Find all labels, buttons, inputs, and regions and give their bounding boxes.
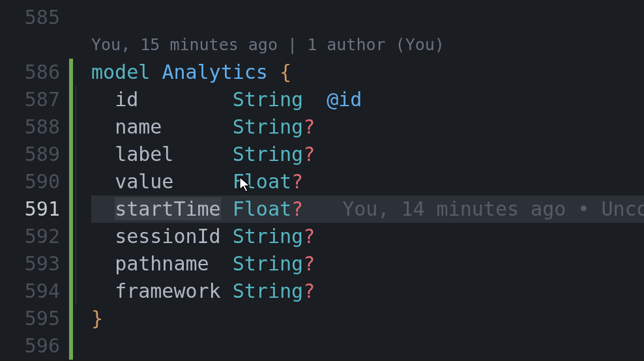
optional-mark: ?	[303, 143, 315, 166]
line-number: 587	[0, 86, 69, 113]
code-line[interactable]	[91, 4, 644, 31]
field-type: String	[233, 115, 303, 138]
code-line[interactable]: pathname String?	[91, 250, 644, 278]
optional-mark: ?	[303, 280, 315, 302]
field-name: label	[115, 143, 173, 166]
code-line[interactable]: name String?	[91, 113, 644, 141]
field-name: name	[115, 115, 162, 138]
field-type: String	[233, 225, 303, 248]
line-number: 588	[0, 113, 69, 141]
optional-mark: ?	[303, 252, 315, 275]
model-name: Analytics	[162, 61, 268, 83]
field-type: String	[233, 88, 303, 111]
field-name: id	[115, 88, 138, 111]
code-line[interactable]	[91, 332, 644, 360]
line-number: 592	[0, 223, 69, 250]
optional-mark: ?	[303, 115, 315, 138]
line-number: 593	[0, 250, 69, 278]
optional-mark: ?	[291, 197, 303, 220]
line-number: 585	[0, 4, 69, 31]
codelens[interactable]: You, 15 minutes ago | 1 author (You)	[91, 31, 644, 59]
field-attribute: @id	[327, 88, 362, 111]
indent-guide-col-1	[73, 0, 91, 361]
code-line[interactable]: }	[91, 305, 644, 332]
optional-mark: ?	[303, 225, 315, 248]
line-number: 589	[0, 141, 69, 168]
code-line[interactable]: framework String?	[91, 278, 644, 305]
field-type: String	[233, 143, 303, 166]
code-line[interactable]: label String?	[91, 141, 644, 168]
code-editor[interactable]: 585 586 587 588 589 590 591 592 593 594 …	[0, 0, 644, 361]
code-line[interactable]: model Analytics {	[91, 59, 644, 86]
line-number: 596	[0, 332, 69, 360]
git-blame-inline: You, 14 minutes ago • Unco	[342, 197, 644, 220]
code-line[interactable]: value Float?	[91, 168, 644, 195]
line-number-gutter: 585 586 587 588 589 590 591 592 593 594 …	[0, 0, 69, 361]
line-number: 586	[0, 59, 69, 86]
line-number: 595	[0, 305, 69, 332]
field-name: sessionId	[115, 225, 221, 248]
line-number-active: 591	[0, 195, 69, 223]
field-name-selected: startTime	[115, 197, 221, 220]
code-content[interactable]: You, 15 minutes ago | 1 author (You) mod…	[91, 0, 644, 361]
line-number: 590	[0, 168, 69, 195]
brace-close: }	[91, 307, 103, 330]
optional-mark: ?	[291, 170, 303, 193]
code-line-active[interactable]: startTime Float?You, 14 minutes ago • Un…	[91, 195, 644, 223]
field-type: Float	[233, 197, 291, 220]
field-type: String	[233, 252, 303, 275]
line-number: 594	[0, 278, 69, 305]
keyword-model: model	[91, 61, 150, 83]
field-name: pathname	[115, 252, 209, 275]
brace-open: {	[280, 61, 291, 83]
field-name: framework	[115, 280, 221, 302]
code-line[interactable]: sessionId String?	[91, 223, 644, 250]
field-type: Float	[233, 170, 291, 193]
field-name: value	[115, 170, 173, 193]
field-type: String	[233, 280, 303, 302]
code-line[interactable]: id String @id	[91, 86, 644, 113]
line-number-blank	[0, 31, 69, 59]
codelens-text: You, 15 minutes ago | 1 author (You)	[91, 35, 445, 54]
